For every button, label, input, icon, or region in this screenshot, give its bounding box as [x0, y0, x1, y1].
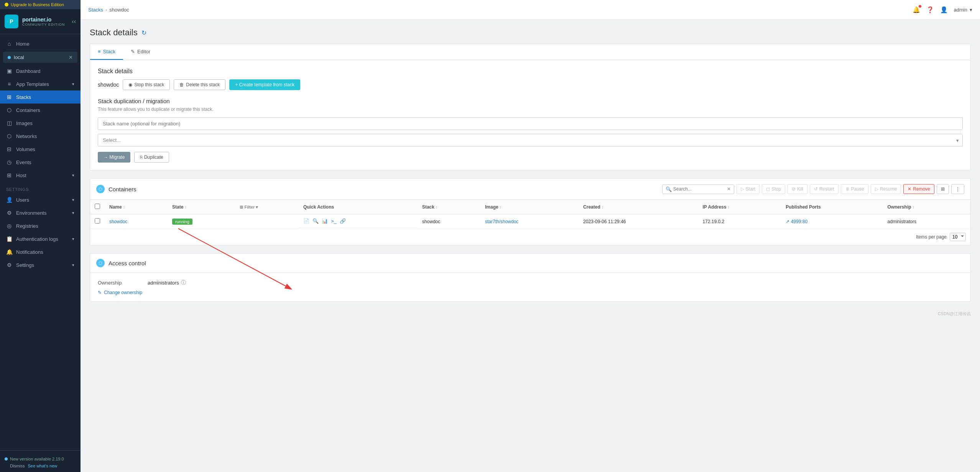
sidebar-item-label: Volumes [16, 146, 35, 152]
delete-stack-btn[interactable]: 🗑 Delete this stack [174, 79, 225, 90]
container-image-link[interactable]: star7th/showdoc [485, 219, 518, 224]
info-icon[interactable]: ⓘ [181, 279, 186, 286]
sidebar-item-networks[interactable]: ⬡ Networks [0, 130, 81, 143]
sidebar-item-registries[interactable]: ◎ Registries [0, 219, 81, 232]
dismiss-link[interactable]: Dismiss [10, 464, 25, 468]
logo-icon: P [5, 15, 18, 28]
sidebar-item-label: Dashboard [16, 68, 41, 74]
console-icon[interactable]: >_ [331, 218, 337, 224]
tab-stack[interactable]: ≡ Stack [90, 44, 123, 60]
new-version-notice[interactable]: New version available 2.19.0 [5, 454, 76, 464]
stack-name-input[interactable] [98, 117, 963, 130]
env-status-dot [8, 56, 11, 59]
col-state: State ↕ [168, 200, 235, 214]
access-control-body: Ownership administrators ⓘ ✎ Change owne… [90, 273, 970, 301]
stack-details-card: ≡ Stack ✎ Editor Stack details showdoc ◉… [90, 44, 971, 171]
settings-icon: ⚙ [6, 262, 12, 268]
stop-stack-btn[interactable]: ◉ Stop this stack [123, 79, 170, 90]
sidebar-item-host[interactable]: ⊞ Host ▾ [0, 169, 81, 182]
sidebar-item-auth-logs[interactable]: 📋 Authentication logs ▾ [0, 232, 81, 245]
sidebar-item-label: Users [16, 197, 29, 203]
bell-icon-btn[interactable]: 🔔 [913, 6, 920, 13]
search-clear-btn[interactable]: ✕ [727, 186, 731, 192]
sidebar-item-app-templates[interactable]: ≡ App Templates ▾ [0, 77, 81, 90]
chevron-down-icon: ▾ [72, 197, 74, 202]
items-per-page-select[interactable]: 10 25 50 [950, 233, 966, 241]
ownership-label: Ownership [98, 280, 144, 286]
access-control-icon: ⬡ [96, 259, 105, 267]
user-icon-btn[interactable]: 👤 [940, 6, 948, 13]
sidebar-item-home[interactable]: ⌂ Home [0, 37, 81, 50]
inspect-icon[interactable]: 🔍 [312, 218, 319, 224]
resume-icon: ▷ [875, 186, 878, 192]
breadcrumb: Stacks › showdoc [88, 7, 129, 13]
refresh-icon[interactable]: ↻ [141, 29, 146, 36]
ownership-row: Ownership administrators ⓘ [98, 279, 963, 286]
sidebar-item-volumes[interactable]: ⊟ Volumes [0, 143, 81, 156]
select-all-checkbox[interactable] [95, 204, 100, 209]
stack-actions: showdoc ◉ Stop this stack 🗑 Delete this … [98, 79, 963, 90]
new-version-dot [5, 457, 8, 460]
pause-btn[interactable]: ⏸ Pause [841, 184, 868, 194]
kill-btn[interactable]: ⊘ Kill [788, 184, 807, 194]
sidebar-item-settings[interactable]: ⚙ Settings ▾ [0, 258, 81, 271]
user-menu[interactable]: admin ▾ [954, 7, 972, 13]
container-name-link[interactable]: showdoc [109, 219, 127, 224]
logs-icon[interactable]: 📄 [303, 218, 309, 224]
create-template-btn[interactable]: + Create template from stack [229, 79, 300, 90]
sidebar-item-label: App Templates [16, 81, 49, 87]
row-checkbox[interactable] [95, 218, 100, 224]
breadcrumb-stacks-link[interactable]: Stacks [88, 7, 103, 13]
sidebar-item-containers[interactable]: ⬡ Containers [0, 104, 81, 117]
restart-btn[interactable]: ↺ Restart [810, 184, 839, 194]
more-options-btn[interactable]: ⋮ [951, 184, 964, 194]
page: Stack details ↻ ≡ Stack ✎ Editor Stack d… [81, 20, 980, 472]
chevron-down-icon: ▾ [72, 82, 74, 87]
sidebar-item-environments[interactable]: ⚙ Environments ▾ [0, 206, 81, 219]
sidebar-item-users[interactable]: 👤 Users ▾ [0, 193, 81, 206]
sidebar-item-notifications[interactable]: 🔔 Notifications [0, 245, 81, 258]
containers-card: ⬡ Containers 🔍 ✕ ▷ Start ◻ [90, 178, 971, 245]
columns-btn[interactable]: ⊞ [937, 184, 949, 194]
resume-btn[interactable]: ▷ Resume [871, 184, 901, 194]
endpoint-select[interactable]: Select... [98, 134, 963, 146]
start-icon: ▷ [741, 186, 744, 192]
col-created: Created ↕ [579, 200, 698, 214]
col-image: Image ↕ [480, 200, 579, 214]
upgrade-banner[interactable]: Upgrade to Business Edition [0, 0, 81, 9]
card-body: Stack details showdoc ◉ Stop this stack … [90, 60, 970, 170]
sidebar-item-events[interactable]: ◷ Events [0, 156, 81, 169]
container-ports-link[interactable]: ↗ 4999:80 [786, 219, 807, 224]
containers-search-input[interactable] [673, 186, 727, 192]
sidebar-item-stacks[interactable]: ⊞ Stacks [0, 90, 81, 104]
col-ownership: Ownership ↕ [883, 200, 970, 214]
sidebar-item-label: Environments [16, 210, 46, 216]
migration-section-title: Stack duplication / migration [98, 98, 963, 104]
stop-container-icon: ◻ [766, 186, 770, 192]
see-whats-new-link[interactable]: See what's new [28, 464, 58, 468]
remove-btn[interactable]: ✕ Remove [903, 184, 934, 194]
sidebar-nav: ⌂ Home local ✕ ▣ Dashboard ≡ App Templat… [0, 34, 81, 450]
logo-area: P portainer.io COMMUNITY EDITION ‹‹ [0, 9, 81, 34]
attach-icon[interactable]: 🔗 [340, 218, 346, 224]
registries-icon: ◎ [6, 223, 12, 229]
duplicate-btn[interactable]: ⎘ Duplicate [134, 152, 169, 163]
stop-btn[interactable]: ◻ Stop [762, 184, 785, 194]
containers-toolbar: 🔍 ✕ ▷ Start ◻ Stop ⊘ Kill [662, 184, 964, 194]
sidebar-collapse-btn[interactable]: ‹‹ [72, 18, 76, 25]
sidebar-item-label: Registries [16, 223, 38, 229]
change-ownership-btn[interactable]: ✎ Change ownership [98, 290, 963, 295]
stop-icon: ◉ [128, 82, 132, 87]
migrate-btn[interactable]: → Migrate [98, 152, 130, 163]
sidebar-item-dashboard[interactable]: ▣ Dashboard [0, 64, 81, 77]
sidebar-item-images[interactable]: ◫ Images [0, 117, 81, 130]
search-icon: 🔍 [666, 186, 672, 192]
start-btn[interactable]: ▷ Start [737, 184, 760, 194]
help-icon-btn[interactable]: ❓ [926, 6, 934, 13]
stats-icon[interactable]: 📊 [322, 218, 328, 224]
tab-editor[interactable]: ✎ Editor [123, 44, 158, 60]
sidebar-item-label: Notifications [16, 249, 43, 255]
migration-buttons: → Migrate ⎘ Duplicate [98, 152, 963, 163]
env-close-btn[interactable]: ✕ [69, 54, 73, 60]
card-tabs: ≡ Stack ✎ Editor [90, 44, 970, 60]
